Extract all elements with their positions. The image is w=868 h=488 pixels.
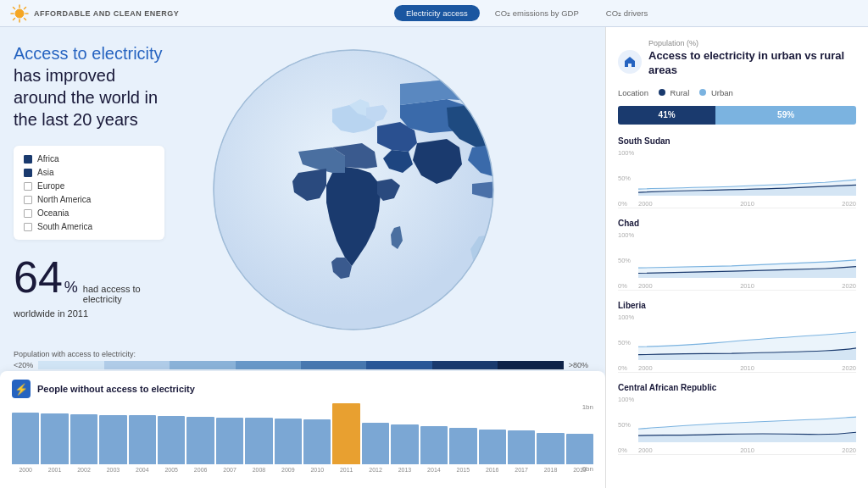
bar-label-2014: 2014 (420, 467, 448, 473)
tab-co2drivers[interactable]: CO₂ drivers (594, 5, 659, 21)
legend-check-europe (24, 182, 32, 191)
mini-chart-1: 100% 50% 0% (618, 231, 856, 291)
home-icon (618, 50, 642, 74)
bar-label-2008: 2008 (245, 467, 272, 473)
svg-line-7 (25, 7, 26, 8)
y-max-label: 1bn (582, 403, 593, 411)
x-start-3: 2000 (638, 446, 653, 454)
logo: AFFORDABLE AND CLEAN ENERGY (10, 4, 179, 23)
x-mid-2: 2010 (740, 364, 754, 372)
y-mid-1: 50% (618, 257, 634, 264)
legend-label-europe: Europe (37, 181, 64, 191)
rural-label: Rural (670, 88, 690, 97)
country-chart-3: Central African Republic 100% 50% 0% (618, 383, 856, 455)
bar-2006 (186, 417, 214, 464)
chart-svg-1 (638, 231, 856, 278)
app-title: AFFORDABLE AND CLEAN ENERGY (34, 9, 179, 18)
x-mid-0: 2010 (740, 200, 754, 208)
chart-svg-el-3 (638, 396, 856, 442)
legend-box: Africa Asia Europe North America Oceania… (14, 146, 164, 240)
main-content: Access to electricity has improved aroun… (0, 27, 605, 488)
y-top-0: 100% (618, 149, 634, 157)
rural-pct: 41% (659, 110, 676, 119)
nav-tabs: Electricity access CO₂ emissions by GDP … (394, 5, 659, 21)
bar-label-2018: 2018 (537, 467, 564, 473)
y-top-2: 100% (618, 313, 634, 321)
bar-2018 (537, 433, 564, 464)
mini-chart-0: 100% 50% 0% (618, 149, 856, 208)
bar-label-2012: 2012 (362, 467, 389, 473)
mini-chart-3: 100% 50% 0% (618, 396, 856, 455)
y-bot-1: 0% (618, 282, 634, 290)
legend-label-oceania: Oceania (37, 208, 69, 218)
sun-icon (10, 4, 29, 23)
svg-line-5 (14, 7, 15, 8)
x-start-0: 2000 (638, 200, 653, 208)
progress-bar: 41% 59% (618, 106, 856, 125)
tab-co2gdp[interactable]: CO₂ emissions by GDP (483, 5, 591, 21)
y-labels-0: 100% 50% 0% (618, 149, 634, 208)
y-labels-2: 100% 50% 0% (618, 313, 634, 372)
bar-2015 (449, 428, 476, 464)
bar-2011 (332, 403, 359, 464)
x-labels-2: 2000 2010 2020 (638, 364, 856, 372)
tab-electricity[interactable]: Electricity access (394, 5, 480, 21)
country-name-1: Chad (618, 219, 856, 228)
x-end-3: 2020 (842, 446, 856, 454)
legend-label-samerica: South America (37, 222, 92, 231)
svg-line-8 (14, 18, 15, 19)
stat-percent: % (64, 279, 78, 297)
bar-2009 (275, 419, 302, 464)
x-end-2: 2020 (842, 364, 856, 372)
bar-label-2010: 2010 (303, 467, 331, 473)
legend-check-namerica (24, 196, 32, 204)
x-end-1: 2020 (842, 282, 856, 290)
country-chart-0: South Sudan 100% 50% 0% (618, 136, 856, 208)
chart-svg-0 (638, 149, 856, 196)
country-chart-1: Chad 100% 50% 0% (618, 219, 856, 291)
mini-chart-2: 100% 50% 0% (618, 313, 856, 373)
country-charts: South Sudan 100% 50% 0% (618, 136, 856, 455)
x-start-2: 2000 (638, 364, 653, 372)
left-panel: Access to electricity has improved aroun… (0, 27, 178, 488)
right-panel-header: Population (%) Access to electricity in … (618, 39, 856, 125)
x-start-1: 2000 (638, 282, 653, 290)
bar-label-2017: 2017 (508, 467, 535, 473)
bar-2008 (245, 418, 272, 464)
country-name-2: Liberia (618, 301, 856, 310)
urban-dot (699, 89, 706, 96)
bar-label-2009: 2009 (275, 467, 302, 473)
y-top-1: 100% (618, 231, 634, 239)
y-labels-1: 100% 50% 0% (618, 231, 634, 290)
y-mid-3: 50% (618, 421, 634, 429)
y-labels-3: 100% 50% 0% (618, 396, 634, 454)
legend-item-europe: Europe (24, 181, 154, 191)
legend-item-samerica: South America (24, 222, 154, 231)
legend-item-asia: Asia (24, 168, 154, 177)
stat-desc-inline: had access to electricity (83, 284, 164, 304)
header: AFFORDABLE AND CLEAN ENERGY Electricity … (0, 0, 868, 27)
title-rest: has improved around the world in the las… (14, 66, 158, 129)
y-mid-2: 50% (618, 339, 634, 347)
legend-label-africa: Africa (37, 154, 59, 164)
y-bot-0: 0% (618, 200, 634, 208)
bar-label-2013: 2013 (391, 467, 418, 473)
urban-bar: 59% (715, 106, 856, 125)
chart-svg-el-1 (638, 231, 856, 278)
chart-svg-2 (638, 313, 856, 360)
chart-svg-el-2 (638, 313, 856, 360)
globe-container (167, 42, 540, 355)
stat-number: 64 (14, 255, 63, 299)
legend-item-oceania: Oceania (24, 208, 154, 218)
main-title: Access to electricity has improved aroun… (14, 42, 164, 130)
legend-label-namerica: North America (37, 195, 91, 204)
country-name-3: Central African Republic (618, 383, 856, 392)
x-mid-3: 2010 (740, 446, 754, 454)
bar-label-2007: 2007 (216, 467, 243, 473)
y-min-label: 0bn (582, 465, 593, 473)
world-map-svg (167, 42, 540, 347)
stat-desc: worldwide in 2011 (14, 308, 164, 320)
country-name-0: South Sudan (618, 136, 856, 146)
legend-check-oceania (24, 209, 32, 218)
bar-2013 (391, 424, 418, 464)
